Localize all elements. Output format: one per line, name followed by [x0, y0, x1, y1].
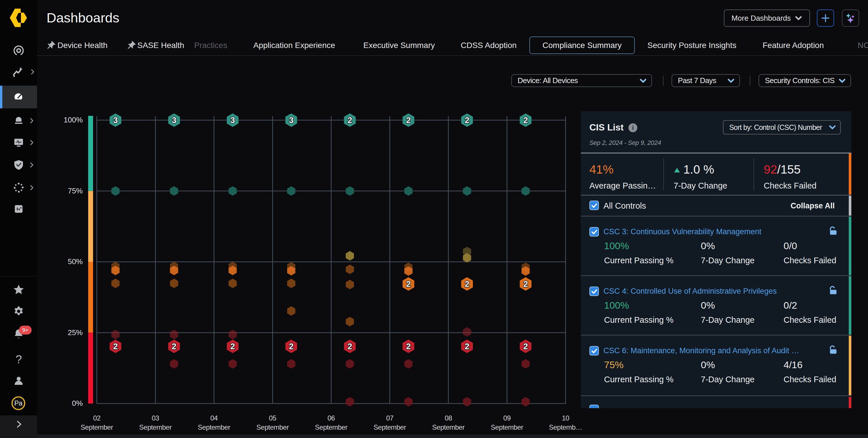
svg-text:3: 3	[113, 116, 118, 125]
svg-text:3: 3	[230, 116, 235, 125]
svg-text:2: 2	[406, 342, 411, 351]
svg-text:2: 2	[113, 342, 118, 351]
svg-text:3: 3	[289, 116, 293, 125]
svg-text:2: 2	[172, 342, 176, 351]
svg-text:2: 2	[230, 342, 235, 351]
svg-text:3: 3	[172, 116, 176, 125]
svg-text:2: 2	[406, 279, 411, 289]
svg-text:2: 2	[523, 116, 528, 125]
svg-text:2: 2	[523, 279, 528, 289]
svg-text:2: 2	[523, 342, 528, 351]
svg-text:2: 2	[406, 116, 411, 125]
svg-text:2: 2	[347, 116, 352, 125]
svg-text:2: 2	[289, 342, 293, 351]
svg-text:2: 2	[347, 342, 352, 351]
svg-text:2: 2	[465, 342, 469, 351]
svg-text:2: 2	[465, 116, 469, 125]
svg-text:2: 2	[465, 279, 469, 289]
